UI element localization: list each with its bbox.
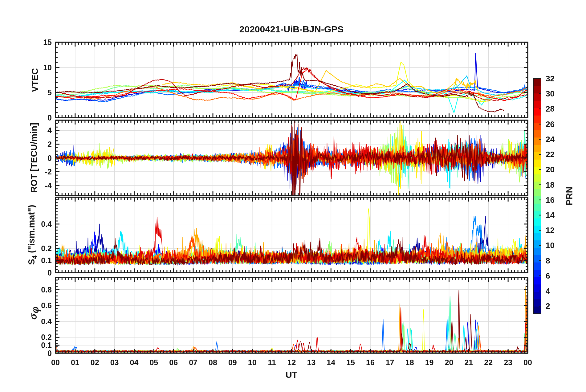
colorbar-tick-label: 2 (546, 301, 550, 311)
x-tick-label: 15 (346, 358, 355, 367)
sigma-label-sub: φ (30, 307, 41, 313)
x-tick-label: 21 (464, 358, 473, 367)
y-tick-label: -2 (45, 167, 52, 176)
x-tick-label: 11 (268, 358, 276, 367)
y-tick-label: 10 (43, 63, 52, 72)
colorbar-tick-label: 16 (546, 195, 555, 205)
x-tick-label: 13 (307, 358, 315, 367)
figure: 20200421-UiB-BJN-GPS VTEC ROT [TECU/min]… (0, 0, 586, 392)
x-tick-label: 03 (110, 358, 119, 367)
x-tick-label: 01 (71, 358, 79, 367)
colorbar-tick-label: 12 (546, 226, 555, 235)
y-tick-label: 0 (47, 268, 52, 277)
x-tick-label: 22 (484, 358, 493, 367)
y-tick-label: 0.4 (41, 317, 52, 326)
s4-label-rest: ("ism.mat") (26, 205, 36, 255)
y-tick-label: 15 (43, 38, 52, 47)
x-tick-label: 18 (405, 358, 414, 367)
chart-canvas (0, 0, 586, 392)
colorbar-tick-label: 28 (546, 104, 555, 114)
colorbar-tick-label: 26 (546, 119, 555, 129)
x-tick-label: 09 (228, 358, 237, 367)
colorbar-tick-label: 24 (546, 134, 555, 144)
s4-axis-label: S4 ("ism.mat") (26, 205, 38, 265)
x-tick-label: 02 (91, 358, 99, 367)
y-tick-label: 0.1 (41, 256, 52, 265)
x-tick-label: 12 (287, 358, 296, 367)
colorbar-tick-label: 30 (546, 89, 555, 99)
colorbar-tick-label: 18 (546, 180, 555, 190)
x-tick-label: 07 (189, 358, 197, 367)
chart-title: 20200421-UiB-BJN-GPS (239, 24, 344, 35)
colorbar-tick-label: 6 (546, 271, 550, 280)
y-tick-label: 0.1 (41, 341, 52, 350)
x-tick-label: 08 (209, 358, 217, 367)
y-tick-label: 0.6 (41, 301, 52, 310)
x-tick-label: 04 (130, 358, 139, 367)
colorbar-tick-label: 20 (546, 165, 555, 174)
x-tick-label: 19 (425, 358, 434, 367)
y-tick-label: 4 (47, 126, 52, 135)
x-tick-label: 17 (386, 358, 394, 367)
y-tick-label: 0.4 (41, 219, 52, 228)
colorbar-tick-label: 32 (546, 74, 555, 84)
x-tick-label: 14 (327, 358, 335, 367)
x-tick-label: 00 (51, 358, 60, 367)
sigma-label-main: σ (28, 313, 39, 320)
vtec-axis-label: VTEC (30, 68, 40, 92)
x-axis-label: UT (286, 370, 298, 380)
x-tick-label: 00 (523, 358, 532, 367)
y-tick-label: 0.2 (41, 244, 52, 253)
y-tick-label: 2 (47, 140, 52, 149)
colorbar-label: PRN (564, 186, 575, 205)
colorbar-tick-label: 14 (546, 210, 555, 220)
x-tick-label: 06 (169, 358, 178, 367)
s4-label-sub: 4 (31, 255, 38, 259)
x-tick-label: 23 (504, 358, 512, 367)
x-tick-label: 16 (366, 358, 375, 367)
x-tick-label: 20 (445, 358, 454, 367)
y-tick-label: 0.2 (41, 333, 52, 342)
colorbar-tick-label: 8 (546, 256, 550, 265)
colorbar-tick-label: 10 (546, 241, 555, 250)
y-tick-label: 0 (47, 153, 52, 162)
y-tick-label: 5 (47, 88, 52, 97)
x-tick-label: 05 (149, 358, 158, 367)
y-tick-label: 0 (47, 349, 52, 358)
colorbar-tick-label: 4 (546, 286, 550, 296)
rot-axis-label: ROT [TECU/min] (29, 123, 39, 193)
y-tick-label: -4 (45, 181, 52, 190)
colorbar-tick-label: 22 (546, 150, 555, 159)
y-tick-label: 0.8 (41, 285, 52, 294)
sigma-phi-axis-label: σφ (28, 307, 41, 320)
y-tick-label: 0 (47, 113, 52, 122)
s4-label-main: S (26, 259, 36, 265)
x-tick-label: 10 (248, 358, 257, 367)
